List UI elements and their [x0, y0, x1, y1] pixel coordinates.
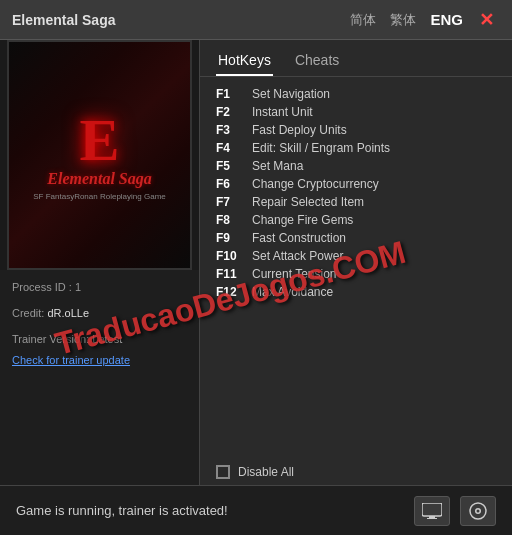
hotkey-item[interactable]: F12 Max Avoidance [216, 283, 496, 301]
hotkey-key: F1 [216, 87, 244, 101]
svg-rect-2 [427, 518, 437, 519]
status-bar: Game is running, trainer is activated! [0, 485, 512, 535]
svg-point-5 [477, 509, 480, 512]
language-switcher: 简体 繁体 ENG ✕ [346, 7, 500, 33]
game-cover: E Elemental Saga SF FantasyRonan Rolepla… [7, 40, 192, 270]
hotkey-desc: Instant Unit [252, 105, 313, 119]
hotkey-key: F2 [216, 105, 244, 119]
hotkey-item[interactable]: F10 Set Attack Power [216, 247, 496, 265]
hotkey-item[interactable]: F1 Set Navigation [216, 85, 496, 103]
hotkey-desc: Set Mana [252, 159, 303, 173]
process-id: Process ID : 1 [12, 278, 187, 298]
hotkey-key: F11 [216, 267, 244, 281]
monitor-svg [422, 503, 442, 519]
tab-cheats[interactable]: Cheats [293, 48, 341, 76]
version-row: Trainer Version: Latest [12, 330, 187, 350]
title-bar: Elemental Saga 简体 繁体 ENG ✕ [0, 0, 512, 40]
music-icon[interactable] [460, 496, 496, 526]
hotkey-desc: Fast Construction [252, 231, 346, 245]
cover-subtitle: SF FantasyRonan Roleplaying Game [33, 192, 166, 201]
hotkey-desc: Repair Selected Item [252, 195, 364, 209]
hotkey-key: F12 [216, 285, 244, 299]
version-value: Latest [92, 333, 122, 345]
credit-name: dR.oLLe [47, 307, 89, 319]
hotkey-item[interactable]: F6 Change Cryptocurrency [216, 175, 496, 193]
cover-logo: E Elemental Saga SF FantasyRonan Rolepla… [33, 110, 166, 201]
hotkey-key: F5 [216, 159, 244, 173]
hotkey-desc: Change Fire Gems [252, 213, 353, 227]
app-title: Elemental Saga [12, 12, 116, 28]
enable-disable-row: Disable All [200, 459, 512, 485]
hotkey-item[interactable]: F11 Current Tension [216, 265, 496, 283]
version-label: Trainer Version: [12, 333, 89, 345]
status-icons [414, 496, 496, 526]
hotkey-item[interactable]: F3 Fast Deploy Units [216, 121, 496, 139]
tabs-bar: HotKeys Cheats [200, 40, 512, 77]
tab-hotkeys[interactable]: HotKeys [216, 48, 273, 76]
update-row: Check for trainer update [12, 351, 187, 371]
process-label: Process ID : 1 [12, 281, 81, 293]
hotkey-key: F3 [216, 123, 244, 137]
lang-traditional[interactable]: 繁体 [386, 9, 420, 31]
hotkey-desc: Set Navigation [252, 87, 330, 101]
enable-disable-checkbox[interactable] [216, 465, 230, 479]
hotkey-item[interactable]: F9 Fast Construction [216, 229, 496, 247]
update-link[interactable]: Check for trainer update [12, 354, 130, 366]
hotkey-desc: Change Cryptocurrency [252, 177, 379, 191]
credit-label: Credit: [12, 307, 44, 319]
hotkey-item[interactable]: F7 Repair Selected Item [216, 193, 496, 211]
lang-simplified[interactable]: 简体 [346, 9, 380, 31]
hotkey-key: F8 [216, 213, 244, 227]
cover-big-letter: E [33, 110, 166, 170]
svg-rect-0 [422, 503, 442, 516]
left-panel: E Elemental Saga SF FantasyRonan Rolepla… [0, 40, 200, 485]
music-svg [469, 502, 487, 520]
hotkey-desc: Max Avoidance [252, 285, 333, 299]
hotkey-key: F9 [216, 231, 244, 245]
hotkey-desc: Edit: Skill / Engram Points [252, 141, 390, 155]
hotkey-desc: Set Attack Power [252, 249, 343, 263]
hotkey-desc: Fast Deploy Units [252, 123, 347, 137]
hotkey-item[interactable]: F4 Edit: Skill / Engram Points [216, 139, 496, 157]
lang-english[interactable]: ENG [426, 9, 467, 30]
hotkey-item[interactable]: F8 Change Fire Gems [216, 211, 496, 229]
svg-rect-1 [429, 516, 435, 518]
cover-area: E Elemental Saga SF FantasyRonan Rolepla… [0, 40, 200, 270]
title-bar-left: Elemental Saga [12, 12, 116, 28]
main-content: E Elemental Saga SF FantasyRonan Rolepla… [0, 40, 512, 485]
hotkey-key: F4 [216, 141, 244, 155]
hotkey-key: F10 [216, 249, 244, 263]
info-area: Process ID : 1 Credit: dR.oLLe Trainer V… [0, 270, 199, 379]
hotkey-item[interactable]: F5 Set Mana [216, 157, 496, 175]
hotkey-key: F7 [216, 195, 244, 209]
status-message: Game is running, trainer is activated! [16, 503, 228, 518]
credit-row: Credit: dR.oLLe [12, 304, 187, 324]
cover-game-title: Elemental Saga [33, 170, 166, 188]
close-button[interactable]: ✕ [473, 7, 500, 33]
hotkey-item[interactable]: F2 Instant Unit [216, 103, 496, 121]
hotkey-desc: Current Tension [252, 267, 337, 281]
hotkey-key: F6 [216, 177, 244, 191]
monitor-icon[interactable] [414, 496, 450, 526]
enable-disable-label[interactable]: Disable All [238, 465, 294, 479]
right-panel: HotKeys Cheats F1 Set Navigation F2 Inst… [200, 40, 512, 485]
hotkeys-list: F1 Set Navigation F2 Instant Unit F3 Fas… [200, 77, 512, 459]
